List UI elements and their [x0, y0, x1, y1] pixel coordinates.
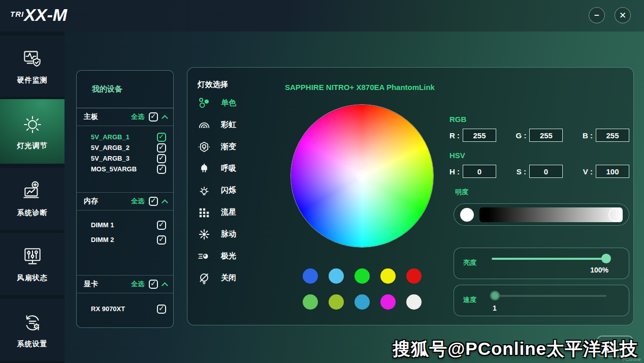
- select-all-checkbox[interactable]: [149, 112, 158, 122]
- sidebar-item-fan-status[interactable]: 风扇状态: [0, 233, 65, 295]
- device-row[interactable]: 5V_ARGB_1: [77, 132, 173, 142]
- b-label: B :: [583, 131, 593, 140]
- minimize-button[interactable]: −: [589, 7, 605, 23]
- g-group: G :: [516, 129, 563, 142]
- group-name: 显卡: [84, 280, 131, 289]
- effect-item-off[interactable]: 关闭: [198, 267, 271, 289]
- sidebar-item-system-settings[interactable]: 系统设置: [0, 299, 65, 361]
- device-checkbox[interactable]: [157, 221, 166, 230]
- device-label: 5V_ARGB_1: [91, 133, 157, 141]
- effect-item-single-color[interactable]: 单色: [198, 92, 271, 114]
- watermark-text: 搜狐号@PConline太平洋科技: [393, 337, 638, 361]
- brightness-value: 100%: [590, 266, 608, 274]
- device-group-items: 5V_ARGB_1 5V_ARGB_2 5V_ARGB_3 MOS_5VARGB: [77, 126, 173, 193]
- preset-swatches: [303, 268, 422, 310]
- chevron-up-icon[interactable]: [162, 282, 168, 289]
- logo-suffix: XX-M: [24, 5, 67, 24]
- flash-icon: [198, 184, 211, 197]
- device-checkbox[interactable]: [157, 133, 166, 142]
- color-swatch[interactable]: [329, 268, 344, 284]
- sidebar-item-lighting[interactable]: 灯光调节: [0, 99, 65, 164]
- sidebar-item-label: 灯光调节: [17, 141, 48, 150]
- lightness-gradient-track[interactable]: [479, 207, 623, 222]
- rgb-section-label: RGB: [449, 115, 466, 124]
- sidebar-item-system-diagnosis[interactable]: 系统诊断: [0, 168, 65, 230]
- brightness-track[interactable]: [492, 258, 606, 260]
- sidebar-item-label: 风扇状态: [17, 274, 48, 283]
- color-swatch[interactable]: [355, 294, 370, 310]
- fan-status-icon: [21, 245, 44, 268]
- sidebar-item-label: 系统诊断: [17, 208, 48, 218]
- single-color-icon: [198, 97, 211, 110]
- device-checkbox[interactable]: [157, 165, 166, 174]
- color-swatch[interactable]: [406, 294, 422, 310]
- close-button[interactable]: ✕: [615, 7, 631, 23]
- device-group-items: DIMM 1 DIMM 2: [77, 210, 173, 276]
- g-input[interactable]: [529, 129, 563, 142]
- color-swatch[interactable]: [303, 268, 318, 284]
- s-label: S :: [517, 167, 526, 176]
- color-swatch[interactable]: [329, 294, 344, 310]
- device-checkbox[interactable]: [157, 154, 166, 163]
- device-row[interactable]: 5V_ARGB_3: [77, 153, 173, 164]
- r-label: R :: [449, 131, 460, 140]
- color-swatch[interactable]: [380, 294, 396, 310]
- effect-item-gradient[interactable]: 渐变: [198, 136, 271, 158]
- device-panel: 我的设备 主板 全选 5V_ARGB_1 5V_ARGB_2 5V_ARGB_3…: [76, 70, 174, 328]
- lightness-slider: [454, 203, 629, 226]
- device-row[interactable]: 5V_ARGB_2: [77, 142, 173, 153]
- breathing-icon: [198, 162, 211, 175]
- system-diagnosis-icon: [21, 180, 44, 203]
- color-swatch[interactable]: [303, 294, 318, 310]
- r-input[interactable]: [463, 129, 496, 142]
- effect-item-aurora[interactable]: 极光: [198, 245, 271, 267]
- device-checkbox[interactable]: [157, 143, 166, 153]
- select-all-label[interactable]: 全选: [131, 112, 144, 122]
- effect-label: 脉动: [221, 229, 236, 239]
- b-input[interactable]: [596, 129, 629, 142]
- speed-track[interactable]: [492, 295, 606, 297]
- select-all-label[interactable]: 全选: [131, 280, 144, 289]
- app-logo: TRIXX-M: [10, 5, 67, 25]
- effect-item-rainbow[interactable]: 彩虹: [198, 114, 271, 136]
- color-swatch[interactable]: [355, 268, 370, 284]
- chevron-up-icon[interactable]: [162, 199, 168, 206]
- device-row[interactable]: MOS_5VARGB: [77, 164, 173, 174]
- h-input[interactable]: [463, 165, 496, 178]
- g-label: G :: [516, 131, 527, 140]
- current-color-dot[interactable]: [460, 208, 474, 222]
- s-input[interactable]: [529, 165, 563, 178]
- effect-item-breathing[interactable]: 呼吸: [198, 158, 271, 179]
- effect-item-flash[interactable]: 闪烁: [198, 179, 271, 201]
- effect-item-pulse[interactable]: 脉动: [198, 223, 271, 245]
- brightness-handle[interactable]: [601, 254, 611, 263]
- device-group-items: RX 9070XT: [77, 293, 173, 327]
- lightness-handle[interactable]: [608, 208, 622, 222]
- chevron-up-icon[interactable]: [162, 115, 168, 122]
- color-wheel-cursor[interactable]: [357, 171, 367, 181]
- sidebar: 硬件监测 灯光调节 系统诊断: [0, 32, 65, 363]
- effect-label: 呼吸: [221, 164, 236, 173]
- select-all-checkbox[interactable]: [149, 280, 158, 289]
- board-name: SAPPHIRE NITRO+ X870EA PhantomLink: [285, 83, 435, 92]
- speed-value: 1: [493, 304, 497, 312]
- brightness-label: 亮度: [463, 258, 476, 267]
- color-swatch[interactable]: [406, 268, 422, 284]
- device-row[interactable]: DIMM 1: [77, 218, 173, 232]
- effect-label: 流星: [221, 207, 236, 217]
- color-wheel[interactable]: [291, 105, 433, 247]
- device-checkbox[interactable]: [157, 305, 166, 314]
- device-checkbox[interactable]: [157, 235, 166, 245]
- select-all-checkbox[interactable]: [149, 197, 158, 206]
- hardware-monitor-icon: [21, 47, 44, 71]
- device-row[interactable]: RX 9070XT: [77, 301, 173, 316]
- sidebar-item-hardware-monitor[interactable]: 硬件监测: [0, 36, 65, 97]
- effects-title: 灯效选择: [198, 80, 228, 89]
- speed-handle[interactable]: [490, 291, 500, 300]
- select-all-label[interactable]: 全选: [131, 197, 144, 206]
- effect-item-meteor[interactable]: 流星: [198, 201, 271, 223]
- v-input[interactable]: [596, 165, 629, 178]
- device-row[interactable]: DIMM 2: [77, 232, 173, 247]
- color-swatch[interactable]: [380, 268, 396, 284]
- effect-label: 单色: [221, 98, 236, 108]
